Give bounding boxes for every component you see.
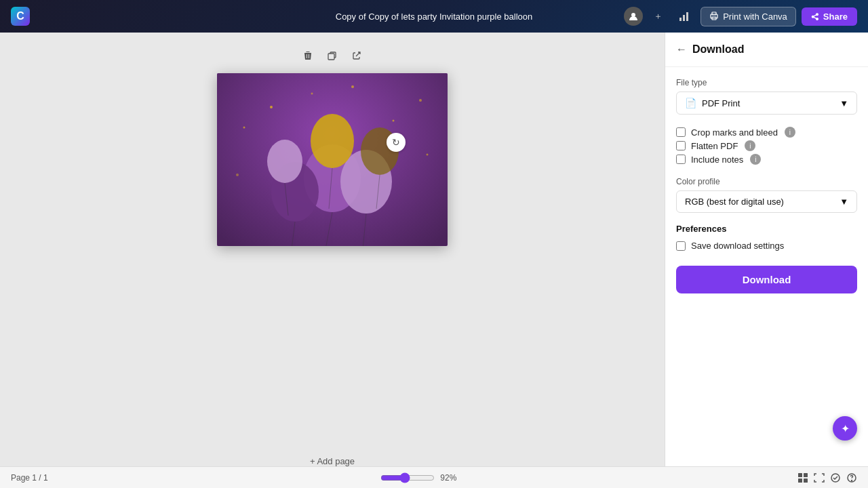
- help-button[interactable]: [846, 472, 857, 483]
- canva-logo[interactable]: C: [11, 7, 30, 26]
- panel-body: File type 📄 PDF Print ▼ Crop marks and b…: [665, 67, 868, 304]
- crop-marks-row: Crop marks and bleed i: [676, 125, 857, 139]
- avatar[interactable]: [624, 7, 643, 26]
- svg-point-22: [393, 120, 395, 122]
- include-notes-row: Include notes i: [676, 152, 857, 166]
- svg-point-21: [270, 106, 273, 108]
- crop-marks-label[interactable]: Crop marks and bleed: [691, 127, 778, 138]
- zoom-controls: 92%: [380, 472, 465, 483]
- canvas-area: Let's Party CELEBRATING MELISSA'S 40TH A…: [0, 33, 665, 466]
- svg-rect-31: [798, 479, 802, 483]
- file-type-value: PDF Print: [702, 98, 740, 108]
- zoom-slider[interactable]: [380, 472, 435, 483]
- print-btn-label: Print with Canva: [723, 12, 787, 22]
- magic-button[interactable]: ✦: [833, 416, 857, 441]
- topbar-center: Copy of Copy of lets party Invitation pu…: [336, 12, 533, 22]
- dropdown-chevron: ▼: [840, 98, 848, 108]
- color-profile-section: Color profile RGB (best for digital use)…: [676, 177, 857, 213]
- pdf-file-icon: 📄: [685, 98, 696, 108]
- svg-point-24: [243, 127, 245, 129]
- svg-rect-30: [804, 473, 808, 477]
- save-settings-row: Save download settings: [676, 239, 857, 252]
- color-profile-dropdown[interactable]: RGB (best for digital use) ▼: [676, 190, 857, 213]
- include-notes-checkbox[interactable]: [676, 155, 686, 164]
- svg-point-35: [852, 480, 852, 481]
- preferences-section: Preferences Save download settings: [676, 224, 857, 252]
- panel-header: ← Download: [665, 33, 868, 67]
- flatten-pdf-label[interactable]: Flatten PDF: [691, 141, 738, 151]
- panel-title: Download: [692, 43, 744, 56]
- svg-rect-2: [683, 15, 685, 21]
- duplicate-button[interactable]: [323, 46, 342, 65]
- svg-rect-3: [686, 12, 688, 21]
- svg-point-28: [236, 174, 239, 176]
- bottom-icons: [797, 472, 857, 483]
- add-page-button[interactable]: + Add page: [310, 456, 355, 466]
- svg-point-26: [351, 85, 354, 88]
- file-type-section: File type 📄 PDF Print ▼: [676, 78, 857, 115]
- accessibility-check-button[interactable]: [830, 472, 841, 483]
- svg-rect-32: [804, 479, 808, 483]
- save-settings-checkbox[interactable]: [676, 241, 686, 251]
- analytics-button[interactable]: [673, 8, 695, 24]
- delete-button[interactable]: [298, 46, 317, 65]
- flatten-pdf-info-icon[interactable]: i: [745, 140, 755, 151]
- file-type-label: File type: [676, 78, 857, 87]
- share-button[interactable]: Share: [802, 7, 857, 26]
- flatten-pdf-checkbox[interactable]: [676, 141, 686, 150]
- panel-back-button[interactable]: ←: [676, 43, 687, 56]
- preferences-label: Preferences: [676, 224, 857, 234]
- balloon-svg: [217, 73, 448, 246]
- invitation-card: Let's Party CELEBRATING MELISSA'S 40TH A…: [217, 73, 448, 246]
- fullscreen-button[interactable]: [814, 472, 825, 483]
- page-indicator: Page 1 / 1: [11, 473, 48, 483]
- svg-point-27: [427, 154, 429, 156]
- zoom-level: 92%: [440, 473, 465, 483]
- grid-view-button[interactable]: [797, 472, 808, 483]
- svg-point-12: [311, 114, 354, 168]
- flatten-pdf-row: Flatten PDF i: [676, 139, 857, 152]
- include-notes-info-icon[interactable]: i: [750, 154, 761, 165]
- svg-point-25: [311, 93, 313, 95]
- external-link-button[interactable]: [347, 46, 366, 65]
- color-profile-label: Color profile: [676, 177, 857, 186]
- crop-marks-checkbox[interactable]: [676, 127, 686, 137]
- color-dropdown-chevron: ▼: [840, 197, 848, 207]
- save-settings-label[interactable]: Save download settings: [691, 241, 784, 251]
- crop-marks-info-icon[interactable]: i: [785, 127, 795, 138]
- print-with-canva-button[interactable]: Print with Canva: [701, 7, 796, 26]
- include-notes-label[interactable]: Include notes: [691, 155, 743, 165]
- color-profile-value: RGB (best for digital use): [685, 197, 784, 207]
- download-panel: ← Download File type 📄 PDF Print ▼: [665, 33, 868, 466]
- svg-rect-29: [798, 473, 802, 477]
- refresh-button[interactable]: ↻: [387, 133, 406, 152]
- topbar: C Copy of Copy of lets party Invitation …: [0, 0, 868, 33]
- canvas-toolbar: [298, 46, 366, 65]
- add-button[interactable]: ＋: [648, 7, 668, 25]
- svg-rect-1: [679, 18, 682, 21]
- invitation-inner: Let's Party CELEBRATING MELISSA'S 40TH A…: [217, 73, 448, 246]
- bottom-bar: Page 1 / 1 92%: [0, 466, 868, 488]
- main-area: Let's Party CELEBRATING MELISSA'S 40TH A…: [0, 33, 868, 466]
- pdf-options-section: Crop marks and bleed i Flatten PDF i Inc…: [676, 125, 857, 166]
- document-title: Copy of Copy of lets party Invitation pu…: [336, 12, 533, 22]
- share-btn-label: Share: [823, 12, 848, 22]
- svg-rect-7: [328, 54, 334, 60]
- file-type-dropdown[interactable]: 📄 PDF Print ▼: [676, 92, 857, 115]
- svg-point-23: [419, 99, 422, 102]
- svg-point-14: [267, 140, 302, 183]
- download-button[interactable]: Download: [676, 266, 857, 293]
